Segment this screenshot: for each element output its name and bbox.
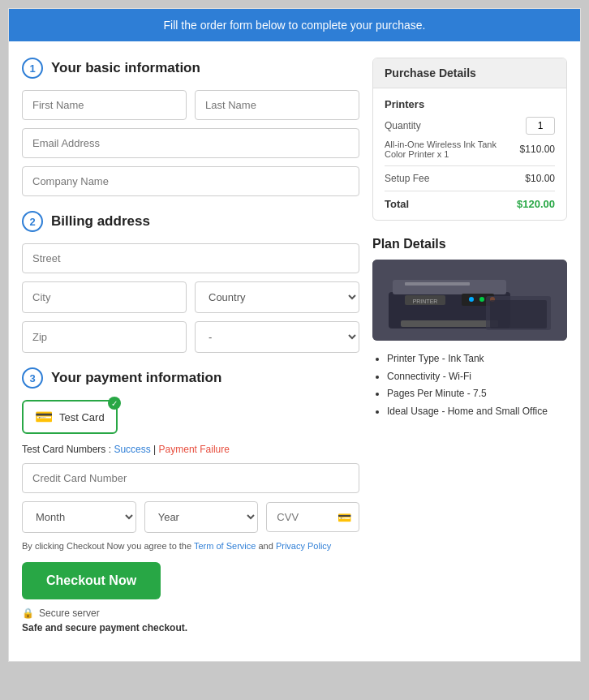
svg-point-7 <box>479 297 484 302</box>
zip-state-row: - CA NY <box>22 321 359 353</box>
plan-details-title: Plan Details <box>372 237 567 251</box>
quantity-row: Quantity <box>385 117 555 135</box>
svg-rect-9 <box>405 282 470 286</box>
section-number-2: 2 <box>22 211 43 232</box>
secure-label: Secure server <box>39 608 100 619</box>
printer-image: PRINTER <box>372 260 567 341</box>
purchase-details-body: Printers Quantity All-in-One Wireless In… <box>373 88 566 220</box>
quantity-label: Quantity <box>385 120 421 131</box>
credit-card-icon: 💳 <box>35 408 53 426</box>
svg-point-6 <box>469 297 474 302</box>
basic-info-heading: 1 Your basic information <box>22 58 359 79</box>
top-banner: Fill the order form below to complete yo… <box>9 9 580 41</box>
company-input[interactable] <box>22 166 359 196</box>
test-card-option[interactable]: 💳 Test Card ✓ <box>22 400 118 434</box>
setup-fee-price: $10.00 <box>525 173 555 184</box>
basic-info-section: 1 Your basic information <box>22 58 359 196</box>
setup-fee-label: Setup Fee <box>385 173 429 184</box>
lock-icon: 🔒 <box>22 608 34 619</box>
street-row <box>22 243 359 273</box>
card-label: Test Card <box>59 411 105 423</box>
total-price: $120.00 <box>517 198 555 210</box>
zip-input[interactable] <box>22 321 187 353</box>
purchase-details-header: Purchase Details <box>373 58 566 88</box>
page-wrapper: Fill the order form below to complete yo… <box>8 8 581 662</box>
divider-2 <box>385 191 555 191</box>
left-panel: 1 Your basic information <box>22 58 359 645</box>
section-number-3: 3 <box>22 367 43 389</box>
cvv-card-icon: 💳 <box>337 511 351 524</box>
credit-card-input[interactable] <box>22 463 359 493</box>
city-input[interactable] <box>22 281 187 313</box>
street-input[interactable] <box>22 243 359 273</box>
svg-text:PRINTER: PRINTER <box>413 298 438 304</box>
city-country-row: Country United States United Kingdom Can… <box>22 281 359 313</box>
quantity-input[interactable] <box>526 117 555 135</box>
billing-heading: 2 Billing address <box>22 211 359 232</box>
year-select[interactable]: Year 2024 2025 2026 2027 <box>144 501 259 533</box>
main-content: 1 Your basic information <box>9 41 580 661</box>
company-row <box>22 166 359 196</box>
checkout-button[interactable]: Checkout Now <box>22 562 161 599</box>
product-name: All-in-One Wireless Ink Tank Color Print… <box>385 140 520 159</box>
plan-spec-item: Ideal Usage - Home and Small Office <box>387 403 567 421</box>
total-label: Total <box>385 198 409 210</box>
privacy-link[interactable]: Privacy Policy <box>276 541 331 551</box>
terms-prefix: By clicking Checkout Now you agree to th… <box>22 541 194 551</box>
name-row <box>22 90 359 120</box>
plan-spec-list: Printer Type - Ink TankConnectivity - Wi… <box>372 350 567 420</box>
banner-text: Fill the order form below to complete yo… <box>164 19 426 32</box>
purchase-details-box: Purchase Details Printers Quantity All-i… <box>372 58 567 221</box>
card-option-row: 💳 Test Card ✓ <box>22 400 359 434</box>
billing-section: 2 Billing address Country United States … <box>22 211 359 353</box>
plan-spec-item: Pages Per Minute - 7.5 <box>387 385 567 403</box>
setup-fee-row: Setup Fee $10.00 <box>385 173 555 184</box>
plan-spec-item: Connectivity - Wi-Fi <box>387 368 567 386</box>
billing-title: Billing address <box>51 213 150 230</box>
failure-link[interactable]: Payment Failure <box>159 444 230 455</box>
credit-card-row <box>22 463 359 493</box>
email-row <box>22 128 359 158</box>
test-card-text: Test Card Numbers : Success | Payment Fa… <box>22 444 359 455</box>
secure-note: Safe and secure payment checkout. <box>22 622 359 633</box>
last-name-input[interactable] <box>195 90 359 120</box>
secure-row: 🔒 Secure server <box>22 608 359 619</box>
section-number-1: 1 <box>22 58 43 79</box>
printers-title: Printers <box>385 98 555 110</box>
email-input[interactable] <box>22 128 359 158</box>
divider-1 <box>385 165 555 166</box>
total-row: Total $120.00 <box>385 198 555 210</box>
payment-heading: 3 Your payment information <box>22 367 359 389</box>
payment-title: Your payment information <box>51 370 221 386</box>
plan-spec-item: Printer Type - Ink Tank <box>387 350 567 368</box>
month-select[interactable]: Month 01 02 03 04 05 06 07 08 09 10 11 1… <box>22 501 136 533</box>
product-price: $110.00 <box>520 144 555 155</box>
card-check-icon: ✓ <box>108 397 121 410</box>
terms-and: and <box>258 541 275 551</box>
right-panel: Purchase Details Printers Quantity All-i… <box>372 58 567 645</box>
state-select[interactable]: - CA NY <box>195 321 359 353</box>
country-select[interactable]: Country United States United Kingdom Can… <box>195 281 359 313</box>
svg-rect-4 <box>393 280 506 294</box>
expiry-cvv-row: Month 01 02 03 04 05 06 07 08 09 10 11 1… <box>22 501 359 533</box>
cvv-wrapper: 💳 <box>266 502 359 532</box>
svg-rect-3 <box>401 320 498 327</box>
first-name-input[interactable] <box>22 90 187 120</box>
svg-rect-13 <box>490 300 547 329</box>
basic-info-title: Your basic information <box>51 60 200 76</box>
success-link[interactable]: Success <box>114 444 150 455</box>
terms-link[interactable]: Term of Service <box>194 541 256 551</box>
terms-text: By clicking Checkout Now you agree to th… <box>22 541 359 551</box>
payment-section: 3 Your payment information 💳 Test Card ✓… <box>22 367 359 633</box>
plan-details: Plan Details <box>372 237 567 420</box>
product-row: All-in-One Wireless Ink Tank Color Print… <box>385 140 555 159</box>
test-card-prefix: Test Card Numbers : <box>22 444 114 455</box>
